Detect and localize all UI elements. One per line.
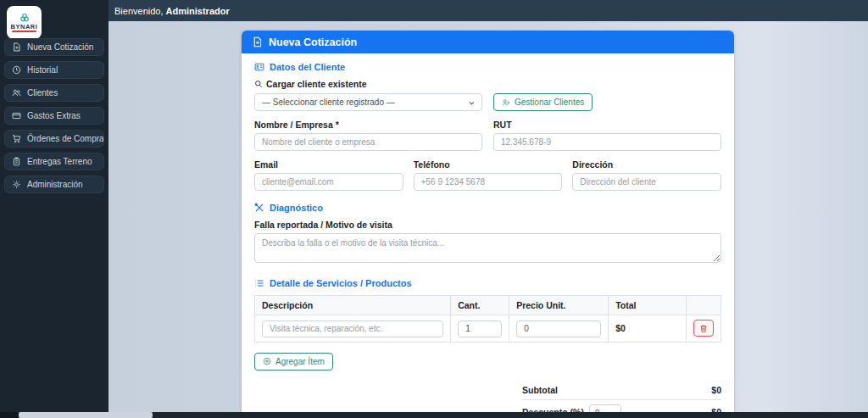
scrollbar-corner (0, 412, 19, 418)
item-price-input[interactable] (516, 320, 601, 337)
sidebar-item-label: Historial (27, 65, 58, 75)
person-plus-icon (502, 98, 510, 107)
card-body: Datos del Cliente Cargar cliente existen… (242, 53, 734, 418)
email-input[interactable] (254, 173, 403, 191)
rut-field-group: RUT (493, 120, 721, 151)
address-input[interactable] (572, 173, 721, 191)
fault-textarea[interactable] (254, 233, 721, 263)
list-icon (254, 278, 264, 288)
subtotal-row: Subtotal $0 (522, 381, 721, 400)
card-icon (12, 111, 21, 120)
brand-name: BYNARI (11, 24, 38, 31)
clock-icon (12, 65, 21, 75)
trash-icon (699, 324, 708, 333)
address-label: Dirección (572, 159, 721, 170)
phone-field-group: Teléfono (414, 159, 563, 191)
plus-circle-icon (263, 357, 271, 365)
diagnostic-section-title: Diagnóstico (270, 203, 323, 213)
cart-icon (12, 134, 21, 143)
items-section-heading: Detalle de Servicios / Productos (254, 278, 721, 288)
items-section-title: Detalle de Servicios / Productos (270, 278, 412, 288)
col-cantidad: Cant. (451, 296, 509, 315)
sidebar-item-nueva-cotizacion[interactable]: Nueva Cotización (4, 38, 104, 56)
brand-tagline (12, 31, 36, 32)
clipboard-icon (12, 157, 21, 166)
welcome-user: Administrador (166, 6, 230, 16)
item-total: $0 (609, 315, 687, 343)
topbar: Bienvenido, Administrador Domingo 22 de … (108, 0, 868, 21)
phone-input[interactable] (414, 173, 563, 191)
horizontal-scrollbar[interactable] (0, 412, 868, 418)
sidebar-item-gastos-extras[interactable]: Gastos Extras (4, 107, 104, 125)
fault-label: Falla reportada / Motivo de visita (254, 220, 721, 230)
sidebar-item-historial[interactable]: Historial (4, 61, 104, 79)
col-total: Total (609, 296, 687, 315)
col-descripcion: Descripción (255, 296, 451, 315)
diagnostic-section-heading: Diagnóstico (254, 203, 721, 213)
address-field-group: Dirección (572, 159, 721, 191)
rut-input[interactable] (493, 133, 721, 151)
id-card-icon (254, 62, 264, 72)
file-plus-icon (252, 36, 263, 47)
item-row: $0 (255, 315, 721, 343)
add-item-row: Agregar Ítem (254, 353, 721, 371)
col-actions (686, 296, 721, 315)
add-item-button[interactable]: Agregar Ítem (254, 353, 333, 371)
sidebar-item-label: Entregas Terreno (27, 157, 92, 166)
client-select-wrap: — Seleccionar cliente registrado — (254, 93, 482, 111)
sidebar: BYNARI Nueva Cotización Historial Client… (0, 0, 108, 418)
delete-item-button[interactable] (693, 320, 714, 337)
email-label: Email (254, 159, 403, 170)
users-icon (12, 88, 21, 98)
item-description-input[interactable] (262, 320, 443, 337)
sidebar-item-label: Clientes (27, 88, 58, 98)
items-table: Descripción Cant. Precio Unit. Total $0 (254, 295, 721, 343)
sidebar-item-ordenes-de-compra[interactable]: Órdenes de Compra (4, 130, 104, 148)
client-select[interactable]: — Seleccionar cliente registrado — (254, 93, 482, 111)
sidebar-item-clientes[interactable]: Clientes (4, 84, 104, 102)
new-quote-card: Nueva Cotización Datos del Cliente Carga… (242, 31, 734, 418)
content-area: Nueva Cotización Datos del Cliente Carga… (108, 21, 868, 418)
load-client-label: Cargar cliente existente (254, 79, 721, 89)
name-label: Nombre / Empresa * (254, 120, 482, 130)
client-section-title: Datos del Cliente (270, 62, 345, 72)
phone-label: Teléfono (414, 159, 563, 170)
file-plus-icon (12, 42, 21, 52)
subtotal-label: Subtotal (522, 385, 558, 395)
search-icon (254, 80, 263, 88)
name-input[interactable] (254, 133, 482, 151)
welcome-prefix: Bienvenido, (114, 6, 164, 16)
brand-logo: BYNARI (7, 6, 42, 39)
brand-knot-icon (19, 13, 30, 23)
scrollbar-thumb[interactable] (19, 412, 153, 418)
welcome-text: Bienvenido, Administrador (108, 6, 230, 16)
name-field-group: Nombre / Empresa * (254, 120, 482, 151)
sidebar-item-administracion[interactable]: Administración (4, 176, 104, 193)
sidebar-menu: Nueva Cotización Historial Clientes Gast… (0, 38, 108, 198)
sidebar-item-label: Nueva Cotización (27, 42, 93, 52)
email-field-group: Email (254, 159, 403, 191)
sidebar-item-label: Gastos Extras (27, 111, 81, 120)
rut-label: RUT (493, 120, 721, 130)
sidebar-item-label: Órdenes de Compra (27, 134, 104, 143)
manage-clients-button[interactable]: Gestionar Clientes (493, 93, 593, 111)
items-table-header: Descripción Cant. Precio Unit. Total (255, 296, 721, 315)
card-header: Nueva Cotización (242, 31, 734, 53)
client-section-heading: Datos del Cliente (254, 62, 721, 72)
sidebar-item-entregas-terreno[interactable]: Entregas Terreno (4, 153, 104, 170)
sidebar-item-label: Administración (27, 180, 83, 189)
page-title: Nueva Cotización (269, 36, 357, 48)
tools-icon (254, 203, 264, 213)
item-qty-input[interactable] (458, 320, 502, 337)
gear-icon (12, 180, 21, 189)
col-precio-unit: Precio Unit. (509, 296, 609, 315)
subtotal-value: $0 (711, 385, 721, 395)
